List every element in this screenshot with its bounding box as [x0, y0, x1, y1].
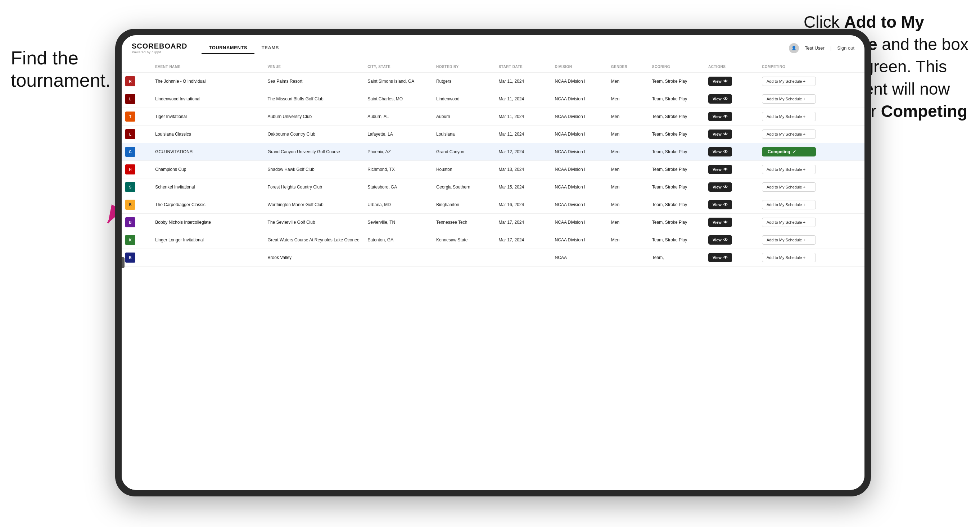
table-body: R The Johnnie - O Individual Sea Palms R… — [122, 73, 864, 267]
view-label: View — [713, 79, 722, 83]
view-button[interactable]: View 👁 — [708, 165, 732, 174]
city-cell: Urbana, MD — [364, 196, 433, 214]
actions-cell: View 👁 — [705, 161, 758, 178]
view-button[interactable]: View 👁 — [708, 200, 732, 210]
division-cell: NCAA Division I — [551, 178, 608, 196]
view-button[interactable]: View 👁 — [708, 235, 732, 244]
add-to-schedule-button[interactable]: Add to My Schedule + — [762, 130, 816, 139]
view-button[interactable]: View 👁 — [708, 253, 732, 262]
eye-icon: 👁 — [723, 97, 728, 102]
add-to-schedule-button[interactable]: Add to My Schedule + — [762, 200, 816, 210]
actions-cell: View 👁 — [705, 214, 758, 231]
team-logo: B — [125, 252, 135, 263]
venue-cell: Auburn University Club — [264, 108, 364, 125]
city-cell: Auburn, AL — [364, 108, 433, 125]
add-to-schedule-button[interactable]: Add to My Schedule + — [762, 165, 816, 174]
table-row: H Champions Cup Shadow Hawk Golf Club Ri… — [122, 161, 864, 178]
hosted-by-cell: Auburn — [433, 108, 495, 125]
city-state: Auburn, AL — [368, 114, 389, 119]
gender: Men — [611, 149, 619, 154]
sign-out-link[interactable]: Sign out — [837, 45, 854, 51]
competing-button[interactable]: Competing ✓ — [762, 147, 816, 157]
event-name-cell: The Johnnie - O Individual — [151, 73, 264, 90]
view-button[interactable]: View 👁 — [708, 112, 732, 121]
scoring-cell: Team, Stroke Play — [649, 143, 705, 161]
add-to-schedule-button[interactable]: Add to My Schedule + — [762, 94, 816, 103]
table-row: L Lindenwood Invitational The Missouri B… — [122, 90, 864, 108]
table-row: R The Johnnie - O Individual Sea Palms R… — [122, 73, 864, 90]
city-cell: Richmond, TX — [364, 161, 433, 178]
header-right: 👤 Test User | Sign out — [789, 43, 854, 53]
event-name-cell: GCU INVITATIONAL — [151, 143, 264, 161]
team-logo: B — [125, 217, 135, 227]
add-to-schedule-button[interactable]: Add to My Schedule + — [762, 112, 816, 121]
event-name: Louisiana Classics — [155, 132, 191, 137]
venue-cell: Great Waters Course At Reynolds Lake Oco… — [264, 231, 364, 249]
view-button[interactable]: View 👁 — [708, 147, 732, 157]
venue: Grand Canyon University Golf Course — [268, 149, 340, 154]
scoring-cell: Team, Stroke Play — [649, 108, 705, 125]
add-to-schedule-button[interactable]: Add to My Schedule + — [762, 253, 816, 262]
add-to-schedule-button[interactable]: Add to My Schedule + — [762, 235, 816, 244]
gender-cell: Men — [608, 214, 649, 231]
competing-cell: Add to My Schedule + — [758, 178, 864, 196]
add-to-schedule-button[interactable]: Add to My Schedule + — [762, 217, 816, 227]
start-date-cell: Mar 17, 2024 — [495, 214, 551, 231]
actions-cell: View 👁 — [705, 90, 758, 108]
view-button[interactable]: View 👁 — [708, 94, 732, 103]
scoring: Team, Stroke Play — [652, 79, 687, 84]
add-schedule-label: Add to My Schedule + — [767, 79, 805, 83]
start-date-cell: Mar 11, 2024 — [495, 125, 551, 143]
start-date-cell: Mar 16, 2024 — [495, 196, 551, 214]
gender-cell: Men — [608, 73, 649, 90]
division: NCAA Division I — [555, 237, 585, 243]
add-to-schedule-button[interactable]: Add to My Schedule + — [762, 77, 816, 86]
venue: Sea Palms Resort — [268, 79, 303, 84]
division: NCAA Division I — [555, 114, 585, 119]
start-date: Mar 11, 2024 — [498, 132, 524, 137]
add-to-schedule-button[interactable]: Add to My Schedule + — [762, 183, 816, 192]
scoring: Team, Stroke Play — [652, 97, 687, 102]
view-button[interactable]: View 👁 — [708, 77, 732, 86]
team-logo-cell: K — [122, 231, 151, 249]
actions-cell: View 👁 — [705, 73, 758, 90]
competing-cell: Add to My Schedule + — [758, 231, 864, 249]
nav-tabs: TOURNAMENTS TEAMS — [202, 42, 286, 54]
event-name-cell: Bobby Nichols Intercollegiate — [151, 214, 264, 231]
user-name: Test User — [805, 45, 824, 51]
gender-cell: Men — [608, 196, 649, 214]
view-button[interactable]: View 👁 — [708, 130, 732, 139]
hosted-by: Grand Canyon — [436, 149, 464, 154]
division: NCAA Division I — [555, 220, 585, 225]
view-label: View — [713, 256, 722, 260]
venue: Brook Valley — [268, 255, 291, 260]
city-state: Sevierville, TN — [368, 220, 395, 225]
tab-tournaments[interactable]: TOURNAMENTS — [202, 42, 254, 54]
scoring: Team, Stroke Play — [652, 114, 687, 119]
division: NCAA Division I — [555, 184, 585, 190]
event-name: The Carpetbagger Classic — [155, 202, 205, 207]
actions-cell: View 👁 — [705, 108, 758, 125]
start-date: Mar 11, 2024 — [498, 114, 524, 119]
start-date-cell: Mar 12, 2024 — [495, 143, 551, 161]
event-name: The Johnnie - O Individual — [155, 79, 205, 84]
event-name-cell: Linger Longer Invitational — [151, 231, 264, 249]
gender-cell: Men — [608, 108, 649, 125]
tab-teams[interactable]: TEAMS — [255, 42, 286, 54]
scoring-cell: Team, Stroke Play — [649, 125, 705, 143]
city-state: Eatonton, GA — [368, 237, 393, 243]
view-button[interactable]: View 👁 — [708, 183, 732, 192]
city-cell: Saint Simons Island, GA — [364, 73, 433, 90]
venue-cell: Grand Canyon University Golf Course — [264, 143, 364, 161]
event-name-cell: Schenkel Invitational — [151, 178, 264, 196]
city-state: Richmond, TX — [368, 167, 395, 172]
team-logo-cell: G — [122, 143, 151, 161]
view-label: View — [713, 203, 722, 207]
col-header-venue: VENUE — [264, 61, 364, 73]
gender: Men — [611, 237, 619, 243]
col-header-gender: GENDER — [608, 61, 649, 73]
start-date-cell: Mar 17, 2024 — [495, 231, 551, 249]
eye-icon: 👁 — [723, 220, 728, 225]
start-date: Mar 17, 2024 — [498, 220, 524, 225]
view-button[interactable]: View 👁 — [708, 217, 732, 227]
